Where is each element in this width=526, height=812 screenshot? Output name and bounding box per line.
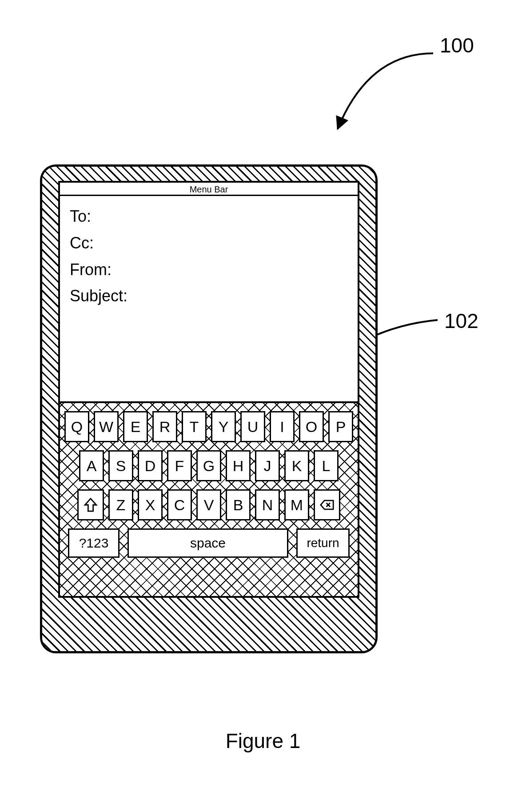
subject-field[interactable]: Subject: [70,284,348,308]
key-n[interactable]: N [255,489,280,520]
key-v[interactable]: V [196,489,221,520]
key-x[interactable]: X [138,489,163,520]
keyboard-row-4: ?123 space return [65,528,352,558]
key-s[interactable]: S [108,450,133,481]
key-backspace[interactable] [314,489,340,520]
keyboard-row-3: Z X C V B N M [65,489,352,520]
key-m[interactable]: M [284,489,309,520]
shift-icon [83,497,98,512]
key-space[interactable]: space [128,528,288,558]
onscreen-keyboard: Q W E R T Y U I O P A S D F G H [60,401,358,596]
key-h[interactable]: H [226,450,251,481]
key-numeric[interactable]: ?123 [68,528,120,558]
subject-label: Subject: [70,287,128,305]
menu-bar-label: Menu Bar [190,184,228,194]
keyboard-row-1: Q W E R T Y U I O P [65,411,352,442]
key-e[interactable]: E [123,411,148,442]
key-b[interactable]: B [226,489,251,520]
key-c[interactable]: C [167,489,192,520]
from-label: From: [70,260,112,279]
to-label: To: [70,207,91,225]
key-a[interactable]: A [79,450,104,481]
key-shift[interactable] [77,489,104,520]
key-t[interactable]: T [182,411,207,442]
to-field[interactable]: To: [70,204,348,229]
mail-body-area[interactable] [60,315,358,401]
key-y[interactable]: Y [211,411,236,442]
backspace-icon [319,497,335,512]
device-outline: Menu Bar To: Cc: From: Subject: Q W E R … [40,164,378,653]
key-l[interactable]: L [314,450,339,481]
key-p[interactable]: P [328,411,353,442]
keyboard-row-2: A S D F G H J K L [65,450,352,481]
key-j[interactable]: J [255,450,280,481]
key-return[interactable]: return [296,528,350,558]
key-d[interactable]: D [138,450,163,481]
from-field[interactable]: From: [70,257,348,282]
ref-100-label: 100 [440,33,474,57]
key-u[interactable]: U [240,411,265,442]
mail-compose-fields: To: Cc: From: Subject: [60,196,358,315]
key-o[interactable]: O [299,411,324,442]
cc-field[interactable]: Cc: [70,231,348,256]
figure-caption: Figure 1 [0,729,526,753]
key-w[interactable]: W [94,411,119,442]
key-i[interactable]: I [270,411,295,442]
key-g[interactable]: G [196,450,221,481]
key-r[interactable]: R [152,411,177,442]
ref-102-label: 102 [444,309,478,333]
device-screen: Menu Bar To: Cc: From: Subject: Q W E R … [58,181,359,598]
key-z[interactable]: Z [108,489,133,520]
menu-bar[interactable]: Menu Bar [60,183,358,196]
key-k[interactable]: K [284,450,309,481]
key-f[interactable]: F [167,450,192,481]
key-q[interactable]: Q [64,411,89,442]
cc-label: Cc: [70,234,94,252]
